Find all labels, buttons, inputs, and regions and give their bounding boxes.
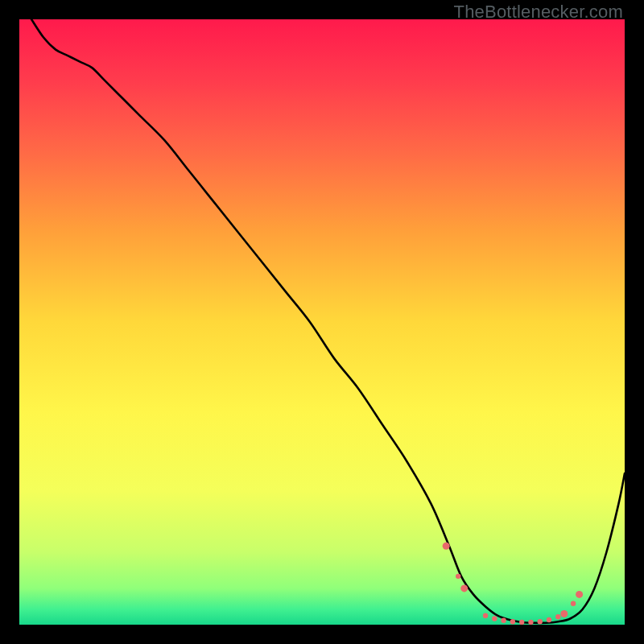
marker-dot [538,619,543,624]
marker-dot [443,543,450,550]
marker-dot [528,620,533,625]
marker-dot [460,584,468,592]
marker-dot [483,613,488,618]
marker-dot [571,601,576,605]
marker-dot [547,617,551,622]
marker-dot [560,610,568,617]
gradient-background [19,19,625,625]
bottleneck-chart [19,19,625,625]
marker-dot [576,591,583,598]
marker-dot [510,619,515,624]
marker-dot [456,574,460,579]
marker-dot [519,620,524,625]
marker-dot [492,616,497,621]
marker-dot [555,614,560,619]
marker-dot [501,618,506,623]
chart-frame [19,19,625,625]
